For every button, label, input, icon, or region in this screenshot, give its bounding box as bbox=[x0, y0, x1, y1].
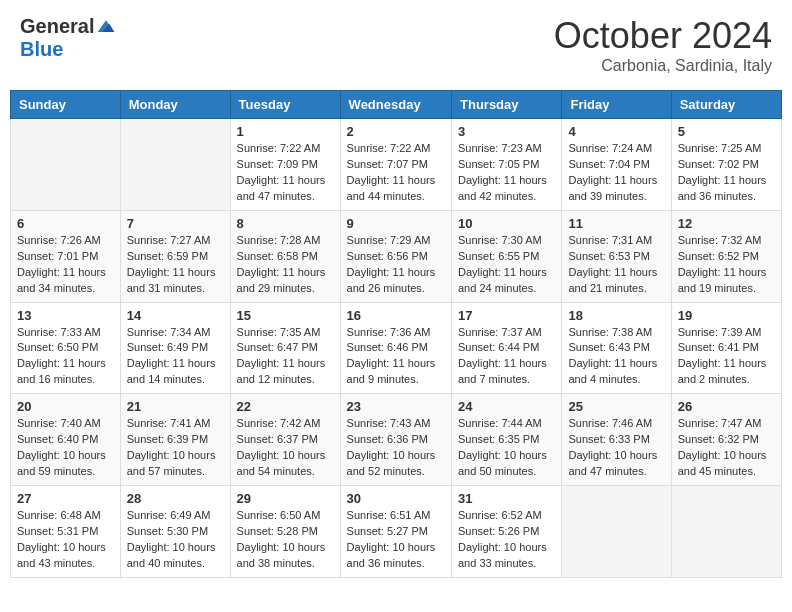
day-info: Sunrise: 7:25 AMSunset: 7:02 PMDaylight:… bbox=[678, 141, 775, 205]
day-info: Sunrise: 7:34 AMSunset: 6:49 PMDaylight:… bbox=[127, 325, 224, 389]
week-row-2: 6Sunrise: 7:26 AMSunset: 7:01 PMDaylight… bbox=[11, 210, 782, 302]
day-number: 9 bbox=[347, 216, 445, 231]
day-cell: 27Sunrise: 6:48 AMSunset: 5:31 PMDayligh… bbox=[11, 486, 121, 578]
day-cell: 9Sunrise: 7:29 AMSunset: 6:56 PMDaylight… bbox=[340, 210, 451, 302]
day-number: 30 bbox=[347, 491, 445, 506]
weekday-header-row: SundayMondayTuesdayWednesdayThursdayFrid… bbox=[11, 91, 782, 119]
day-number: 28 bbox=[127, 491, 224, 506]
weekday-header-wednesday: Wednesday bbox=[340, 91, 451, 119]
day-cell: 14Sunrise: 7:34 AMSunset: 6:49 PMDayligh… bbox=[120, 302, 230, 394]
day-info: Sunrise: 7:46 AMSunset: 6:33 PMDaylight:… bbox=[568, 416, 664, 480]
day-number: 8 bbox=[237, 216, 334, 231]
day-cell: 11Sunrise: 7:31 AMSunset: 6:53 PMDayligh… bbox=[562, 210, 671, 302]
day-info: Sunrise: 7:37 AMSunset: 6:44 PMDaylight:… bbox=[458, 325, 555, 389]
day-cell: 17Sunrise: 7:37 AMSunset: 6:44 PMDayligh… bbox=[452, 302, 562, 394]
day-info: Sunrise: 7:29 AMSunset: 6:56 PMDaylight:… bbox=[347, 233, 445, 297]
day-number: 2 bbox=[347, 124, 445, 139]
day-cell: 19Sunrise: 7:39 AMSunset: 6:41 PMDayligh… bbox=[671, 302, 781, 394]
day-number: 10 bbox=[458, 216, 555, 231]
day-cell: 5Sunrise: 7:25 AMSunset: 7:02 PMDaylight… bbox=[671, 119, 781, 211]
week-row-1: 1Sunrise: 7:22 AMSunset: 7:09 PMDaylight… bbox=[11, 119, 782, 211]
day-number: 18 bbox=[568, 308, 664, 323]
day-cell: 29Sunrise: 6:50 AMSunset: 5:28 PMDayligh… bbox=[230, 486, 340, 578]
day-number: 1 bbox=[237, 124, 334, 139]
day-info: Sunrise: 7:42 AMSunset: 6:37 PMDaylight:… bbox=[237, 416, 334, 480]
day-cell: 13Sunrise: 7:33 AMSunset: 6:50 PMDayligh… bbox=[11, 302, 121, 394]
day-cell bbox=[120, 119, 230, 211]
day-info: Sunrise: 7:41 AMSunset: 6:39 PMDaylight:… bbox=[127, 416, 224, 480]
day-info: Sunrise: 7:23 AMSunset: 7:05 PMDaylight:… bbox=[458, 141, 555, 205]
week-row-5: 27Sunrise: 6:48 AMSunset: 5:31 PMDayligh… bbox=[11, 486, 782, 578]
weekday-header-tuesday: Tuesday bbox=[230, 91, 340, 119]
day-cell: 23Sunrise: 7:43 AMSunset: 6:36 PMDayligh… bbox=[340, 394, 451, 486]
day-cell bbox=[562, 486, 671, 578]
weekday-header-sunday: Sunday bbox=[11, 91, 121, 119]
day-number: 23 bbox=[347, 399, 445, 414]
day-info: Sunrise: 7:31 AMSunset: 6:53 PMDaylight:… bbox=[568, 233, 664, 297]
day-info: Sunrise: 7:22 AMSunset: 7:07 PMDaylight:… bbox=[347, 141, 445, 205]
day-number: 14 bbox=[127, 308, 224, 323]
month-title: October 2024 bbox=[554, 15, 772, 57]
day-cell bbox=[11, 119, 121, 211]
day-number: 21 bbox=[127, 399, 224, 414]
day-cell: 3Sunrise: 7:23 AMSunset: 7:05 PMDaylight… bbox=[452, 119, 562, 211]
day-info: Sunrise: 7:38 AMSunset: 6:43 PMDaylight:… bbox=[568, 325, 664, 389]
logo-blue-text: Blue bbox=[20, 38, 63, 61]
logo-general-text: General bbox=[20, 15, 94, 38]
day-number: 19 bbox=[678, 308, 775, 323]
day-cell: 30Sunrise: 6:51 AMSunset: 5:27 PMDayligh… bbox=[340, 486, 451, 578]
day-number: 16 bbox=[347, 308, 445, 323]
day-number: 7 bbox=[127, 216, 224, 231]
day-cell: 1Sunrise: 7:22 AMSunset: 7:09 PMDaylight… bbox=[230, 119, 340, 211]
day-cell: 12Sunrise: 7:32 AMSunset: 6:52 PMDayligh… bbox=[671, 210, 781, 302]
day-info: Sunrise: 7:26 AMSunset: 7:01 PMDaylight:… bbox=[17, 233, 114, 297]
logo: General Blue bbox=[20, 15, 116, 61]
day-number: 22 bbox=[237, 399, 334, 414]
day-number: 31 bbox=[458, 491, 555, 506]
day-info: Sunrise: 7:40 AMSunset: 6:40 PMDaylight:… bbox=[17, 416, 114, 480]
day-info: Sunrise: 7:47 AMSunset: 6:32 PMDaylight:… bbox=[678, 416, 775, 480]
day-number: 13 bbox=[17, 308, 114, 323]
day-number: 25 bbox=[568, 399, 664, 414]
day-cell: 16Sunrise: 7:36 AMSunset: 6:46 PMDayligh… bbox=[340, 302, 451, 394]
day-info: Sunrise: 7:30 AMSunset: 6:55 PMDaylight:… bbox=[458, 233, 555, 297]
day-cell: 26Sunrise: 7:47 AMSunset: 6:32 PMDayligh… bbox=[671, 394, 781, 486]
day-number: 11 bbox=[568, 216, 664, 231]
day-number: 20 bbox=[17, 399, 114, 414]
day-cell: 21Sunrise: 7:41 AMSunset: 6:39 PMDayligh… bbox=[120, 394, 230, 486]
day-cell: 20Sunrise: 7:40 AMSunset: 6:40 PMDayligh… bbox=[11, 394, 121, 486]
day-number: 29 bbox=[237, 491, 334, 506]
day-cell: 15Sunrise: 7:35 AMSunset: 6:47 PMDayligh… bbox=[230, 302, 340, 394]
day-info: Sunrise: 7:33 AMSunset: 6:50 PMDaylight:… bbox=[17, 325, 114, 389]
day-number: 6 bbox=[17, 216, 114, 231]
day-info: Sunrise: 6:52 AMSunset: 5:26 PMDaylight:… bbox=[458, 508, 555, 572]
day-info: Sunrise: 7:36 AMSunset: 6:46 PMDaylight:… bbox=[347, 325, 445, 389]
day-number: 4 bbox=[568, 124, 664, 139]
day-cell: 8Sunrise: 7:28 AMSunset: 6:58 PMDaylight… bbox=[230, 210, 340, 302]
day-cell: 24Sunrise: 7:44 AMSunset: 6:35 PMDayligh… bbox=[452, 394, 562, 486]
day-info: Sunrise: 7:27 AMSunset: 6:59 PMDaylight:… bbox=[127, 233, 224, 297]
day-info: Sunrise: 7:24 AMSunset: 7:04 PMDaylight:… bbox=[568, 141, 664, 205]
weekday-header-saturday: Saturday bbox=[671, 91, 781, 119]
day-number: 24 bbox=[458, 399, 555, 414]
day-info: Sunrise: 7:32 AMSunset: 6:52 PMDaylight:… bbox=[678, 233, 775, 297]
day-number: 26 bbox=[678, 399, 775, 414]
day-number: 3 bbox=[458, 124, 555, 139]
location-subtitle: Carbonia, Sardinia, Italy bbox=[554, 57, 772, 75]
day-info: Sunrise: 6:51 AMSunset: 5:27 PMDaylight:… bbox=[347, 508, 445, 572]
page-header: General Blue October 2024 Carbonia, Sard… bbox=[10, 10, 782, 80]
calendar-table: SundayMondayTuesdayWednesdayThursdayFrid… bbox=[10, 90, 782, 578]
day-info: Sunrise: 7:44 AMSunset: 6:35 PMDaylight:… bbox=[458, 416, 555, 480]
day-info: Sunrise: 7:22 AMSunset: 7:09 PMDaylight:… bbox=[237, 141, 334, 205]
day-info: Sunrise: 6:49 AMSunset: 5:30 PMDaylight:… bbox=[127, 508, 224, 572]
day-cell: 18Sunrise: 7:38 AMSunset: 6:43 PMDayligh… bbox=[562, 302, 671, 394]
day-cell: 22Sunrise: 7:42 AMSunset: 6:37 PMDayligh… bbox=[230, 394, 340, 486]
day-cell: 25Sunrise: 7:46 AMSunset: 6:33 PMDayligh… bbox=[562, 394, 671, 486]
day-info: Sunrise: 6:48 AMSunset: 5:31 PMDaylight:… bbox=[17, 508, 114, 572]
day-cell: 4Sunrise: 7:24 AMSunset: 7:04 PMDaylight… bbox=[562, 119, 671, 211]
day-number: 27 bbox=[17, 491, 114, 506]
day-number: 12 bbox=[678, 216, 775, 231]
day-number: 5 bbox=[678, 124, 775, 139]
weekday-header-monday: Monday bbox=[120, 91, 230, 119]
day-info: Sunrise: 7:35 AMSunset: 6:47 PMDaylight:… bbox=[237, 325, 334, 389]
